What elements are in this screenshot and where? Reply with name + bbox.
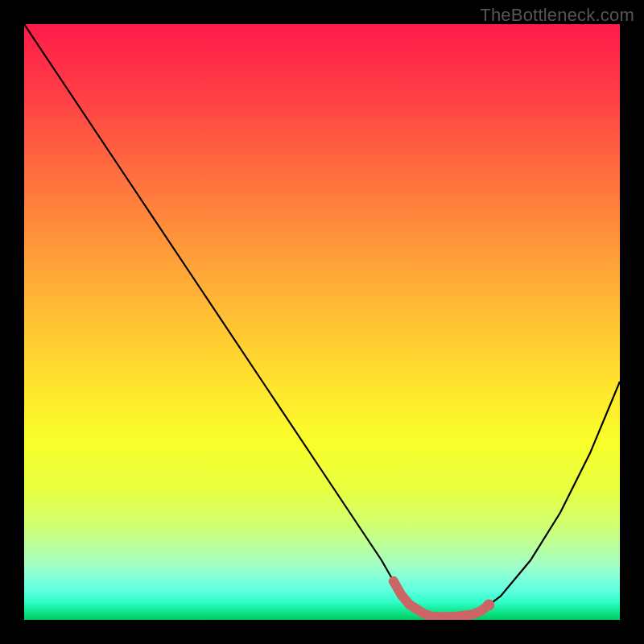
highlight-band xyxy=(394,581,489,617)
bottleneck-curve xyxy=(24,24,620,617)
watermark-text: TheBottleneck.com xyxy=(480,5,634,26)
chart-curve-layer xyxy=(24,24,620,620)
highlight-end-dot xyxy=(483,600,494,611)
chart-plot-area xyxy=(24,24,620,620)
